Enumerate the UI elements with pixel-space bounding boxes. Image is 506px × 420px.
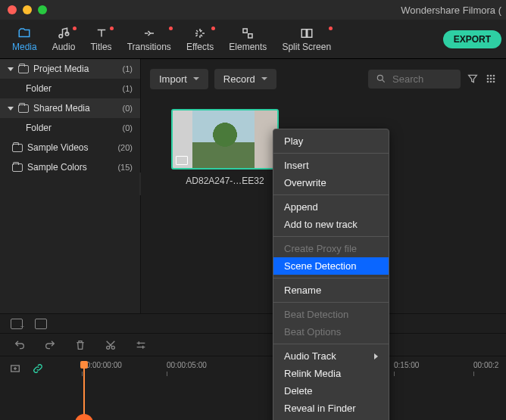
folder-icon	[12, 144, 23, 152]
folder-icon	[17, 26, 31, 40]
sidebar-item-project-media[interactable]: Project Media (1)	[0, 59, 140, 79]
maximize-window-button[interactable]	[38, 5, 47, 14]
menu-separator	[273, 344, 389, 344]
undo-button[interactable]	[14, 339, 26, 351]
grid-view-icon[interactable]	[485, 73, 497, 85]
ruler-tick: 00:00:05:00	[167, 361, 207, 369]
sidebar-item-shared-media[interactable]: Shared Media (0)	[0, 98, 140, 118]
svg-rect-2	[243, 29, 247, 33]
tab-audio[interactable]: Audio	[45, 23, 83, 55]
import-dropdown[interactable]: Import	[150, 69, 208, 89]
dropdown-label: Record	[223, 73, 255, 85]
menu-item-properties[interactable]: Properties	[273, 417, 389, 420]
svg-point-10	[487, 78, 489, 80]
window-controls	[8, 5, 47, 14]
new-folder-button[interactable]	[11, 319, 23, 329]
folder-icon	[18, 65, 29, 73]
sidebar-item-sample-colors[interactable]: Sample Colors (15)	[0, 157, 140, 177]
minimize-window-button[interactable]	[23, 5, 32, 14]
tab-label: Media	[12, 42, 37, 52]
playhead-handle-icon	[80, 361, 88, 369]
tab-label: Effects	[186, 42, 214, 52]
svg-point-7	[487, 75, 489, 77]
tab-transitions[interactable]: Transitions	[120, 23, 179, 55]
transitions-icon	[142, 26, 156, 40]
tab-titles[interactable]: Titles	[83, 23, 119, 55]
ruler-tick: 00:00:2	[473, 361, 498, 369]
sidebar-count: (1)	[123, 64, 133, 73]
menu-item-append[interactable]: Append	[273, 198, 389, 216]
menu-item-relink-media[interactable]: Relink Media	[273, 365, 389, 382]
export-button[interactable]: EXPORT	[443, 30, 501, 48]
menu-item-play[interactable]: Play	[273, 132, 389, 150]
playhead[interactable]	[83, 364, 85, 420]
svg-rect-3	[248, 33, 252, 37]
timeline-panel: 00:00:00:00 00:00:05:00 0:15:00 00:00:2	[0, 356, 506, 420]
svg-point-12	[493, 78, 495, 80]
elements-icon	[241, 26, 255, 40]
sidebar-item-folder[interactable]: Folder (0)	[0, 118, 140, 138]
tab-label: Transitions	[127, 42, 171, 52]
title-bar: Wondershare Filmora (	[0, 0, 506, 20]
search-field[interactable]	[368, 70, 461, 89]
menu-item-insert[interactable]: Insert	[273, 157, 389, 174]
music-note-icon	[57, 26, 70, 40]
menu-item-delete[interactable]: Delete	[273, 382, 389, 400]
svg-point-15	[493, 81, 495, 83]
sidebar-count: (20)	[117, 143, 133, 152]
menu-item-scene-detection[interactable]: Scene Detection	[273, 257, 389, 275]
menu-separator	[273, 194, 389, 195]
sidebar-item-folder[interactable]: Folder (1)	[0, 79, 140, 98]
playhead-cut-button[interactable]	[75, 414, 93, 420]
tab-media[interactable]: Media	[5, 23, 45, 55]
content-toolbar: Import Record	[141, 64, 506, 94]
sidebar-item-sample-videos[interactable]: Sample Videos (20)	[0, 138, 140, 157]
search-icon	[376, 73, 386, 84]
svg-point-6	[377, 75, 383, 80]
main-toolbar: Media Audio Titles Transitions Effects E…	[0, 20, 506, 59]
notification-dot-icon	[110, 26, 114, 30]
folder-button[interactable]	[35, 319, 47, 329]
tab-effects[interactable]: Effects	[179, 23, 221, 55]
split-screen-icon	[300, 26, 314, 40]
panel-footer	[0, 313, 506, 333]
cut-button[interactable]	[105, 339, 117, 351]
menu-separator	[273, 153, 389, 154]
close-window-button[interactable]	[8, 5, 17, 14]
menu-item-reveal-in-finder[interactable]: Reveal in Finder	[273, 400, 389, 417]
search-input[interactable]	[392, 73, 453, 85]
sparkle-icon	[193, 26, 207, 40]
menu-item-add-to-new-track[interactable]: Add to new track	[273, 216, 389, 233]
redo-button[interactable]	[44, 339, 56, 351]
svg-point-14	[490, 81, 492, 83]
media-thumbnail[interactable]: AD82A247-…EE32	[171, 109, 279, 186]
menu-item-beat-detection: Beat Detection	[273, 306, 389, 323]
svg-rect-4	[301, 29, 306, 37]
menu-item-audio-track[interactable]: Audio Track	[273, 347, 389, 365]
tab-label: Split Screen	[282, 42, 331, 52]
delete-button[interactable]	[74, 339, 86, 351]
tab-label: Titles	[90, 42, 111, 52]
dropdown-label: Import	[159, 73, 187, 85]
sidebar-count: (15)	[117, 163, 133, 172]
menu-item-create-proxy: Create Proxy file	[273, 240, 389, 257]
add-track-button[interactable]	[9, 362, 21, 375]
filter-icon[interactable]	[467, 73, 479, 85]
tab-split-screen[interactable]: Split Screen	[274, 23, 339, 55]
link-button[interactable]	[32, 362, 44, 375]
tab-label: Audio	[52, 42, 76, 52]
context-menu: Play Insert Overwrite Append Add to new …	[273, 129, 389, 420]
sidebar-count: (0)	[123, 123, 133, 132]
timeline-left-controls	[0, 356, 53, 420]
menu-item-rename[interactable]: Rename	[273, 282, 389, 299]
menu-item-overwrite[interactable]: Overwrite	[273, 174, 389, 191]
record-dropdown[interactable]: Record	[214, 69, 276, 89]
menu-item-beat-options: Beat Options	[273, 323, 389, 341]
sidebar-label: Project Media	[33, 64, 89, 74]
adjust-button[interactable]	[135, 339, 147, 351]
tab-elements[interactable]: Elements	[221, 23, 274, 55]
folder-icon	[12, 163, 23, 172]
menu-separator	[273, 302, 389, 303]
thumbnail-image	[171, 109, 279, 170]
ruler-tick: 0:15:00	[394, 361, 419, 369]
